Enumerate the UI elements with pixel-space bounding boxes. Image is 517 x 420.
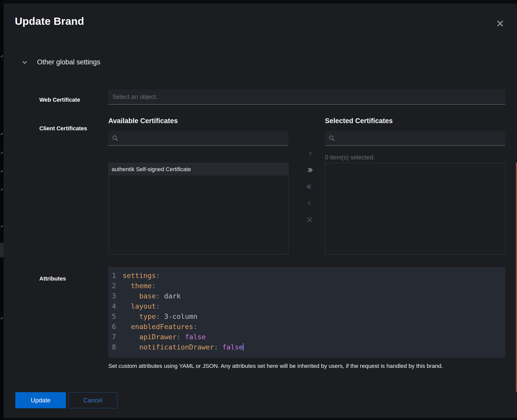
code-line: 3 base: dark — [112, 291, 505, 301]
sidebar-chevron-fragment — [1, 317, 3, 320]
available-certificates-list[interactable]: authentik Self-signed Certificate — [108, 163, 288, 254]
remove-all-button[interactable] — [304, 181, 315, 192]
selected-count-status: 0 item(s) selected. — [325, 154, 375, 161]
sidebar-chevron-fragment — [1, 151, 3, 154]
remove-selected-button[interactable] — [304, 197, 315, 209]
chevron-down-icon — [22, 59, 27, 64]
code-line: 7 apiDrawer: false — [112, 332, 505, 342]
chevron-left-icon — [307, 201, 312, 205]
add-all-button[interactable] — [304, 164, 315, 176]
text-cursor — [243, 343, 244, 351]
sidebar-chevron-fragment — [1, 55, 3, 57]
attributes-code-editor[interactable]: 1settings:2 theme:3 base: dark4 layout:5… — [108, 267, 505, 358]
sidebar-chevron-fragment — [1, 133, 3, 135]
modal-title: Update Brand — [15, 15, 84, 27]
code-line: 1settings: — [112, 271, 505, 281]
cancel-button[interactable]: Cancel — [68, 392, 118, 408]
section-label: Other global settings — [37, 58, 100, 66]
sidebar-chevron-fragment — [1, 225, 3, 228]
clear-button[interactable]: × — [304, 214, 315, 225]
cross-icon: × — [307, 215, 312, 225]
code-line: 4 layout: — [112, 301, 505, 311]
available-certificates-heading: Available Certificates — [108, 117, 178, 125]
update-brand-page: Update Brand Other global settings Web C… — [0, 0, 517, 420]
selected-certificates-list[interactable] — [325, 163, 505, 254]
selected-search — [325, 131, 505, 146]
search-icon — [328, 135, 335, 142]
attributes-help-text: Set custom attributes using YAML or JSON… — [108, 363, 443, 369]
close-button[interactable] — [495, 18, 506, 29]
sidebar-chevron-fragment — [1, 170, 3, 172]
add-selected-button[interactable] — [304, 148, 315, 159]
section-toggle-other-global-settings[interactable]: Other global settings — [22, 58, 100, 66]
code-line: 2 theme: — [112, 281, 505, 291]
search-icon — [112, 135, 119, 142]
notification-drawer-edge — [516, 162, 517, 392]
chevron-right-icon — [307, 151, 312, 156]
web-certificate-label: Web Certificate — [39, 97, 80, 103]
certificate-list-item[interactable]: authentik Self-signed Certificate — [109, 163, 288, 176]
code-line: 6 enabledFeatures: — [112, 322, 505, 332]
attributes-label: Attributes — [39, 275, 66, 282]
collapsed-sidebar[interactable] — [0, 0, 4, 420]
update-button[interactable]: Update — [15, 392, 66, 408]
web-certificate-input[interactable] — [108, 89, 505, 104]
code-line: 5 type: 3-column — [112, 311, 505, 322]
available-search-input[interactable] — [122, 135, 285, 142]
sidebar-chevron-fragment — [1, 188, 3, 191]
selected-search-input[interactable] — [338, 135, 502, 142]
close-icon — [497, 20, 503, 27]
sidebar-active-item-fragment — [0, 243, 4, 258]
available-search — [108, 131, 288, 146]
update-brand-modal: Update Brand Other global settings Web C… — [4, 4, 517, 418]
client-certificates-label: Client Certificates — [39, 125, 87, 132]
code-line: 8 notificationDrawer: false — [112, 342, 505, 352]
selected-certificates-heading: Selected Certificates — [325, 117, 393, 125]
